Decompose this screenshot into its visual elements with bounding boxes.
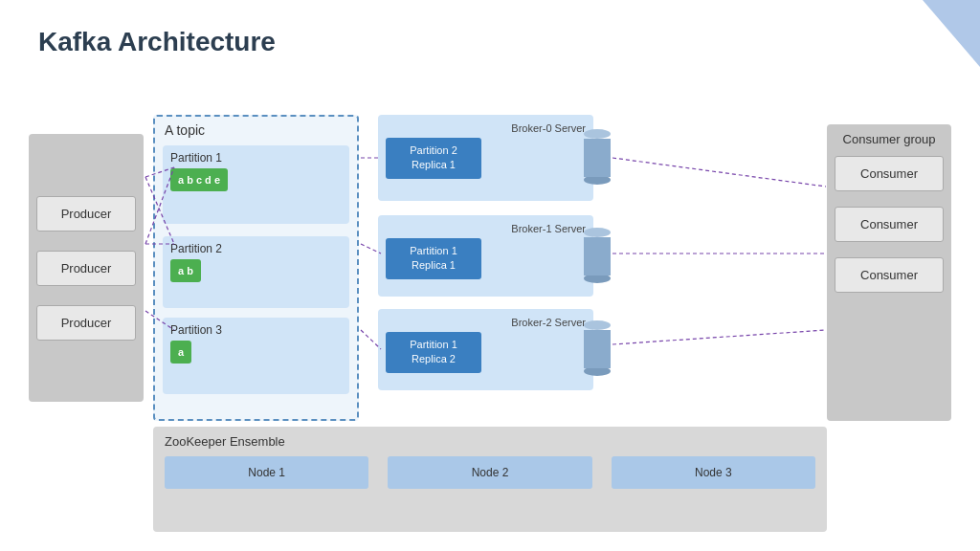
broker-1-area: Broker-1 Server Partition 1Replica 1	[378, 215, 593, 297]
broker-0-replica: Partition 2Replica 1	[386, 138, 481, 179]
diagram: Producer Producer Producer A topic Parti…	[29, 86, 951, 532]
topic-box: A topic Partition 1 a b c d e Partition …	[153, 115, 359, 421]
zookeeper-label: ZooKeeper Ensemble	[165, 434, 815, 449]
consumer-box-3: Consumer	[835, 257, 944, 293]
zookeeper-box: ZooKeeper Ensemble Node 1 Node 2 Node 3	[153, 427, 827, 532]
broker-0-area: Broker-0 Server Partition 2Replica 1	[378, 115, 593, 201]
partition-2-data: a b	[170, 259, 342, 282]
svg-line-10	[612, 330, 826, 344]
svg-line-8	[612, 158, 826, 187]
producer-box-2: Producer	[36, 251, 136, 286]
broker-0-label: Broker-0 Server	[386, 122, 586, 134]
consumer-box-1: Consumer	[835, 156, 944, 191]
broker-1-label: Broker-1 Server	[386, 223, 586, 234]
partition-1: Partition 1 a b c d e	[163, 145, 349, 224]
broker-2-label: Broker-2 Server	[386, 317, 586, 328]
partition-2-databar: a b	[170, 259, 201, 282]
cylinder-2	[584, 320, 611, 376]
partition-3-data: a	[170, 341, 342, 364]
partition-1-label: Partition 1	[170, 151, 342, 165]
producers-group: Producer Producer Producer	[29, 134, 144, 402]
partition-1-data: a b c d e	[170, 168, 342, 191]
consumer-group-label: Consumer group	[835, 132, 944, 146]
consumer-group-box: Consumer group Consumer Consumer Consume…	[827, 124, 951, 421]
node-3: Node 3	[612, 456, 815, 489]
partition-3: Partition 3 a	[163, 318, 349, 394]
producer-box-1: Producer	[36, 196, 136, 231]
node-1: Node 1	[165, 456, 368, 489]
page-title: Kafka Architecture	[38, 27, 276, 57]
broker-2-replica: Partition 1Replica 2	[386, 332, 481, 373]
topic-label: A topic	[165, 122, 205, 138]
producer-box-3: Producer	[36, 305, 136, 341]
partition-3-label: Partition 3	[170, 323, 342, 337]
partition-3-databar: a	[170, 341, 191, 364]
partition-2-label: Partition 2	[170, 242, 342, 255]
broker-2-area: Broker-2 Server Partition 1Replica 2	[378, 309, 593, 390]
partition-2: Partition 2 a b	[163, 236, 349, 308]
cylinder-1	[584, 228, 611, 283]
consumer-box-2: Consumer	[835, 207, 944, 242]
nodes-row: Node 1 Node 2 Node 3	[165, 456, 815, 489]
broker-1-replica: Partition 1Replica 1	[386, 238, 481, 279]
partition-1-databar: a b c d e	[170, 168, 228, 191]
cylinder-0	[584, 129, 611, 185]
deco-shape	[923, 0, 980, 67]
node-2: Node 2	[388, 456, 591, 489]
